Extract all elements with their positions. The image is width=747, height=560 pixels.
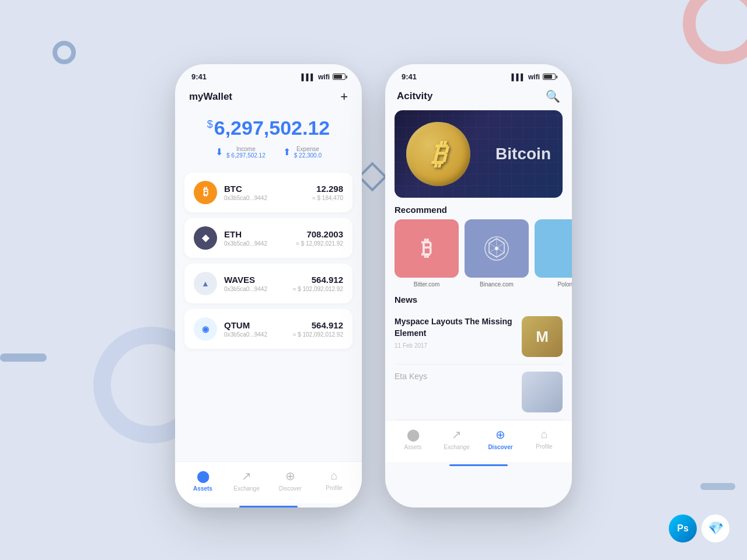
bitter-label: Bitter.com <box>414 281 439 288</box>
income-item: ⬇ Income $ 6,297,502.12 <box>215 146 266 159</box>
add-button[interactable]: + <box>340 89 348 104</box>
qtum-values: 564.912 ≈ $ 102,092,012.92 <box>293 320 343 338</box>
phones-container: 9:41 ▌▌▌ wifi myWallet + $6,297,502.12 <box>0 0 747 560</box>
wifi-icon-1: wifi <box>318 73 330 81</box>
nav-profile-1[interactable]: ⌂ Profile <box>312 469 356 492</box>
eth-amount: 708.2003 <box>296 229 343 239</box>
hero-bitcoin-label: Bitcoin <box>495 145 551 163</box>
search-button[interactable]: 🔍 <box>546 89 560 103</box>
waves-address: 0x3b5ca0...9442 <box>224 286 286 292</box>
btc-amount: 12.298 <box>312 184 343 194</box>
battery-icon-2 <box>543 74 556 80</box>
btc-values: 12.298 ≈ $ 184,470 <box>312 184 343 201</box>
recommend-bitter[interactable]: ₿ Bitter.com <box>395 219 459 288</box>
waves-values: 564.912 ≈ $ 102,092,012.92 <box>293 275 343 292</box>
polone-image <box>535 219 572 278</box>
income-value: $ 6,297,502.12 <box>226 152 266 159</box>
news-section: Myspace Layouts The Missing Element 11 F… <box>385 309 572 420</box>
coin-card-waves[interactable]: ▲ WAVES 0x3b5ca0...9442 564.912 ≈ $ 102,… <box>184 264 352 303</box>
recommend-polone[interactable]: Polone <box>535 219 572 288</box>
waves-info: WAVES 0x3b5ca0...9442 <box>224 275 286 292</box>
nav-underline-1 <box>239 506 298 508</box>
coin-card-qtum[interactable]: ◉ QTUM 0x3b5ca0...9442 564.912 ≈ $ 102,0… <box>184 309 352 349</box>
qtum-usd: ≈ $ 102,092,012.92 <box>293 331 343 338</box>
waves-name: WAVES <box>224 275 286 285</box>
balance-section: $6,297,502.12 ⬇ Income $ 6,297,502.12 ⬆ … <box>175 111 362 168</box>
nav-discover-2[interactable]: ⊕ Discover <box>479 428 522 450</box>
bg-decoration-circle-blue <box>53 41 76 64</box>
btc-name: BTC <box>224 184 305 194</box>
bitcoin-symbol: ₿ <box>431 137 446 171</box>
assets-icon-2: ⬤ <box>407 428 420 442</box>
nav-assets-2[interactable]: ⬤ Assets <box>391 428 435 450</box>
photoshop-logo: Ps <box>669 514 697 542</box>
profile-label-2: Profile <box>536 443 552 450</box>
status-time-2: 9:41 <box>402 72 417 81</box>
income-icon: ⬇ <box>215 146 223 158</box>
eth-name: ETH <box>224 229 289 239</box>
eth-values: 708.2003 ≈ $ 12,092,021.92 <box>296 229 343 247</box>
news-item-2[interactable]: Eta Keys <box>395 365 563 420</box>
tool-logos: Ps 💎 <box>669 514 729 542</box>
exchange-icon-1: ↗ <box>242 469 252 483</box>
sketch-logo: 💎 <box>701 514 729 542</box>
news-title-2: Eta Keys <box>395 372 515 381</box>
exchange-label-1: Exchange <box>233 485 259 492</box>
bottom-nav-2: ⬤ Assets ↗ Exchange ⊕ Discover ⌂ Profile <box>385 420 572 462</box>
nav-assets-1[interactable]: ⬤ Assets <box>181 469 225 492</box>
nav-exchange-2[interactable]: ↗ Exchange <box>435 428 479 450</box>
discover-icon-1: ⊕ <box>285 469 295 483</box>
signal-icon-2: ▌▌▌ <box>512 74 525 80</box>
phone-activity: 9:41 ▌▌▌ wifi Acitvity 🔍 ₿ <box>385 64 572 508</box>
bitcoin-coin-image: ₿ <box>406 122 470 186</box>
news-content-1: Myspace Layouts The Missing Element 11 F… <box>395 316 515 349</box>
binance-image <box>465 219 529 278</box>
svg-point-5 <box>495 247 498 250</box>
balance-amount: $6,297,502.12 <box>189 116 348 140</box>
activity-header: Acitvity 🔍 <box>385 85 572 110</box>
btc-info: BTC 0x3b5ca0...9442 <box>224 184 305 201</box>
phone2-content: Acitvity 🔍 ₿ Bitcoin Recommend ₿ Bitter.… <box>385 85 572 508</box>
discover-icon-2: ⊕ <box>495 428 505 442</box>
eth-icon: ◆ <box>194 226 217 250</box>
status-time-1: 9:41 <box>191 72 207 81</box>
nav-discover-1[interactable]: ⊕ Discover <box>268 469 312 492</box>
assets-label-2: Assets <box>404 444 421 450</box>
bitter-image: ₿ <box>395 219 459 278</box>
coin-card-eth[interactable]: ◆ ETH 0x3b5ca0...9442 708.2003 ≈ $ 12,09… <box>184 218 352 258</box>
btc-icon: ₿ <box>194 181 217 204</box>
btc-usd: ≈ $ 184,470 <box>312 195 343 201</box>
waves-amount: 564.912 <box>293 275 343 285</box>
expense-label: Expense <box>294 146 322 152</box>
expense-item: ⬆ Expense $ 22,300.0 <box>283 146 322 159</box>
eth-info: ETH 0x3b5ca0...9442 <box>224 229 289 247</box>
phone-wallet: 9:41 ▌▌▌ wifi myWallet + $6,297,502.12 <box>175 64 362 508</box>
wallet-title: myWallet <box>189 91 232 103</box>
balance-meta: ⬇ Income $ 6,297,502.12 ⬆ Expense $ 22,3… <box>189 146 348 159</box>
discover-label-1: Discover <box>279 485 302 492</box>
coin-card-btc[interactable]: ₿ BTC 0x3b5ca0...9442 12.298 ≈ $ 184,470 <box>184 173 352 212</box>
nav-exchange-1[interactable]: ↗ Exchange <box>225 469 268 492</box>
qtum-icon: ◉ <box>194 317 217 341</box>
qtum-amount: 564.912 <box>293 320 343 330</box>
expense-value: $ 22,300.0 <box>294 152 322 159</box>
nav-underline-2 <box>449 464 508 466</box>
bottom-nav-1: ⬤ Assets ↗ Exchange ⊕ Discover ⌂ Profile <box>175 461 362 503</box>
status-icons-2: ▌▌▌ wifi <box>512 73 556 81</box>
waves-usd: ≈ $ 102,092,012.92 <box>293 286 343 292</box>
waves-icon: ▲ <box>194 272 217 295</box>
wifi-icon-2: wifi <box>528 73 540 81</box>
nav-profile-2[interactable]: ⌂ Profile <box>522 428 566 450</box>
news-thumb-2 <box>522 372 563 412</box>
recommend-binance[interactable]: Binance.com <box>465 219 529 288</box>
news-content-2: Eta Keys <box>395 372 515 381</box>
discover-label-2: Discover <box>488 444 512 450</box>
balance-currency-symbol: $ <box>207 118 213 130</box>
news-item-1[interactable]: Myspace Layouts The Missing Element 11 F… <box>395 309 563 365</box>
expense-icon: ⬆ <box>283 146 291 158</box>
binance-label: Binance.com <box>480 281 514 288</box>
bg-decoration-bar-left <box>0 354 47 362</box>
recommend-scroll: ₿ Bitter.com Binance.com <box>385 219 572 288</box>
news-title-1: Myspace Layouts The Missing Element <box>395 316 515 339</box>
recommend-title: Recommend <box>385 198 572 219</box>
